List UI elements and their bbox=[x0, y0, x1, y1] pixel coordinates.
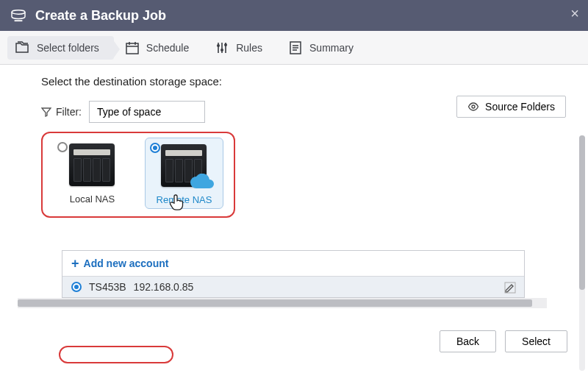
account-ip: 192.168.0.85 bbox=[134, 281, 194, 293]
sliders-icon bbox=[214, 40, 230, 55]
vertical-scrollbar[interactable] bbox=[579, 135, 585, 371]
scrollbar-thumb[interactable] bbox=[579, 135, 585, 290]
footer-buttons: Back Select bbox=[440, 330, 567, 352]
annotation-highlight bbox=[59, 346, 173, 363]
nas-app-icon bbox=[10, 9, 26, 22]
step-summary[interactable]: Summary bbox=[280, 36, 368, 60]
svg-point-4 bbox=[220, 49, 223, 51]
content-area: Select the destination storage space: Fi… bbox=[0, 65, 588, 373]
svg-point-3 bbox=[217, 44, 220, 47]
destination-remote-nas[interactable]: Remote NAS bbox=[145, 138, 223, 209]
select-button[interactable]: Select bbox=[505, 330, 567, 352]
step-select-folders[interactable]: Select folders bbox=[7, 36, 114, 60]
step-label: Summary bbox=[309, 42, 354, 54]
edit-icon[interactable] bbox=[503, 281, 517, 296]
nas-icon bbox=[69, 143, 115, 186]
section-heading: Select the destination storage space: bbox=[41, 75, 573, 88]
filter-icon bbox=[41, 107, 51, 117]
destination-options: Local NAS Remote NAS bbox=[41, 132, 235, 218]
svg-rect-8 bbox=[505, 283, 515, 293]
step-label: Rules bbox=[236, 42, 262, 54]
account-name: TS453B bbox=[89, 281, 126, 293]
eye-icon bbox=[467, 102, 479, 111]
filter-type-select[interactable]: Type of space bbox=[89, 101, 205, 123]
back-button[interactable]: Back bbox=[440, 330, 496, 352]
source-folders-button[interactable]: Source Folders bbox=[456, 96, 566, 118]
svg-rect-2 bbox=[126, 43, 138, 54]
radio-icon bbox=[57, 142, 68, 152]
title-bar: Create a Backup Job × bbox=[0, 0, 588, 31]
svg-point-5 bbox=[224, 43, 227, 46]
dialog-title: Create a Backup Job bbox=[35, 8, 166, 24]
accounts-panel: + Add new account TS453B 192.168.0.85 bbox=[62, 250, 525, 298]
radio-selected-icon bbox=[71, 282, 82, 292]
cloud-icon bbox=[189, 174, 214, 191]
step-rules[interactable]: Rules bbox=[207, 36, 277, 60]
plus-icon: + bbox=[71, 257, 79, 270]
step-label: Select folders bbox=[37, 42, 99, 54]
scrollbar-thumb[interactable] bbox=[18, 299, 532, 307]
wizard-steps: Select folders Schedule Rules Summary bbox=[0, 31, 588, 65]
radio-icon bbox=[150, 143, 160, 153]
close-icon[interactable]: × bbox=[570, 6, 579, 21]
svg-point-0 bbox=[12, 10, 25, 14]
nas-cloud-icon bbox=[161, 144, 207, 187]
horizontal-scrollbar[interactable] bbox=[18, 298, 547, 308]
svg-point-7 bbox=[472, 105, 475, 108]
destination-label: Local NAS bbox=[70, 193, 115, 205]
account-row[interactable]: TS453B 192.168.0.85 bbox=[62, 276, 524, 297]
calendar-icon bbox=[124, 40, 140, 55]
folders-icon bbox=[15, 40, 31, 55]
step-schedule[interactable]: Schedule bbox=[117, 36, 204, 60]
add-account-button[interactable]: + Add new account bbox=[62, 251, 524, 276]
destination-label: Remote NAS bbox=[157, 194, 212, 205]
filter-label: Filter: bbox=[41, 106, 82, 118]
svg-rect-1 bbox=[15, 20, 23, 21]
destination-local-nas[interactable]: Local NAS bbox=[53, 138, 132, 209]
document-icon bbox=[287, 40, 304, 55]
step-label: Schedule bbox=[146, 42, 189, 54]
